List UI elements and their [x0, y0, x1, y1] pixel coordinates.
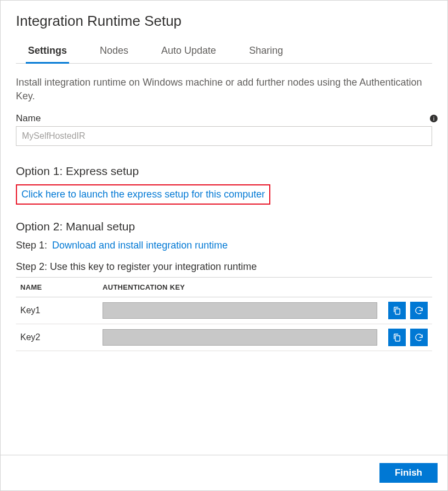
key-name-cell: Key2: [16, 324, 98, 351]
name-label: Name: [16, 113, 41, 124]
page-title: Integration Runtime Setup: [16, 13, 432, 30]
step1-row: Step 1: Download and install integration…: [16, 240, 432, 251]
copy-icon: [392, 306, 402, 315]
tab-settings[interactable]: Settings: [27, 39, 68, 63]
regenerate-key-button[interactable]: [410, 302, 428, 319]
step1-label: Step 1:: [16, 240, 47, 251]
finish-button[interactable]: Finish: [379, 463, 438, 483]
auth-keys-table: NAME AUTHENTICATION KEY Key1: [16, 277, 432, 351]
copy-key-button[interactable]: [388, 302, 406, 319]
tab-nodes[interactable]: Nodes: [99, 39, 129, 63]
step2-text: Step 2: Use this key to register your in…: [16, 261, 432, 273]
auth-key-field[interactable]: [103, 329, 377, 346]
svg-rect-0: [395, 309, 400, 314]
footer: Finish: [1, 455, 447, 490]
name-input[interactable]: [16, 126, 432, 146]
express-setup-link[interactable]: Click here to launch the express setup f…: [21, 189, 265, 200]
option1-heading: Option 1: Express setup: [16, 165, 432, 178]
refresh-icon: [414, 306, 424, 315]
table-row: Key1: [16, 297, 432, 324]
refresh-icon: [414, 332, 424, 342]
col-name-header: NAME: [16, 278, 98, 297]
auth-key-field[interactable]: [103, 302, 377, 319]
key-name-cell: Key1: [16, 297, 98, 324]
tab-auto-update[interactable]: Auto Update: [160, 39, 217, 63]
option2-heading: Option 2: Manual setup: [16, 220, 432, 233]
tab-bar: Settings Nodes Auto Update Sharing: [16, 39, 432, 64]
regenerate-key-button[interactable]: [410, 329, 428, 346]
express-setup-highlight: Click here to launch the express setup f…: [16, 184, 270, 205]
download-install-link[interactable]: Download and install integration runtime: [52, 240, 228, 251]
table-row: Key2: [16, 324, 432, 351]
tab-sharing[interactable]: Sharing: [248, 39, 284, 63]
svg-rect-1: [395, 336, 400, 341]
copy-key-button[interactable]: [388, 329, 406, 346]
col-key-header: AUTHENTICATION KEY: [98, 278, 382, 297]
copy-icon: [392, 332, 402, 342]
intro-text: Install integration runtime on Windows m…: [16, 76, 432, 103]
info-icon[interactable]: i: [430, 115, 438, 122]
